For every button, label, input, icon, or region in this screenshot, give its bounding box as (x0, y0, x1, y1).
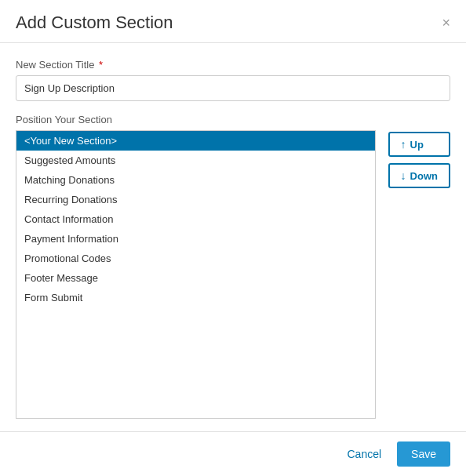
position-label: Position Your Section (16, 114, 450, 125)
modal-title: Add Custom Section (16, 13, 173, 33)
list-item[interactable]: Suggested Amounts (16, 151, 375, 170)
list-item[interactable]: Form Submit (16, 288, 375, 307)
list-item[interactable]: Contact Information (16, 209, 375, 229)
cancel-button[interactable]: Cancel (339, 443, 389, 465)
section-listbox-container[interactable]: <Your New Section>Suggested AmountsMatch… (16, 130, 376, 419)
list-item[interactable]: <Your New Section> (16, 131, 375, 151)
list-item[interactable]: Recurring Donations (16, 190, 375, 209)
modal-header: Add Custom Section × (0, 0, 466, 43)
position-section: Position Your Section <Your New Section>… (16, 114, 450, 419)
down-arrow-icon: ↓ (401, 169, 406, 182)
section-title-group: New Section Title * (16, 59, 450, 101)
section-title-input[interactable] (16, 75, 450, 101)
required-indicator: * (96, 59, 103, 71)
section-listbox: <Your New Section>Suggested AmountsMatch… (16, 131, 375, 307)
modal-backdrop: Add Custom Section × New Section Title *… (0, 0, 466, 476)
save-button[interactable]: Save (397, 441, 450, 467)
position-controls: <Your New Section>Suggested AmountsMatch… (16, 130, 450, 419)
list-item[interactable]: Promotional Codes (16, 249, 375, 268)
list-item[interactable]: Footer Message (16, 268, 375, 288)
list-item[interactable]: Payment Information (16, 229, 375, 249)
modal-body: New Section Title * Position Your Sectio… (0, 43, 466, 431)
section-title-label: New Section Title * (16, 59, 450, 71)
list-item[interactable]: Matching Donations (16, 170, 375, 190)
up-button[interactable]: ↑ Up (388, 132, 450, 157)
nav-buttons: ↑ Up ↓ Down (388, 130, 450, 419)
up-arrow-icon: ↑ (401, 138, 406, 151)
close-button[interactable]: × (442, 16, 450, 30)
down-button[interactable]: ↓ Down (388, 163, 450, 188)
modal-footer: Cancel Save (0, 431, 466, 476)
modal: Add Custom Section × New Section Title *… (0, 0, 466, 476)
